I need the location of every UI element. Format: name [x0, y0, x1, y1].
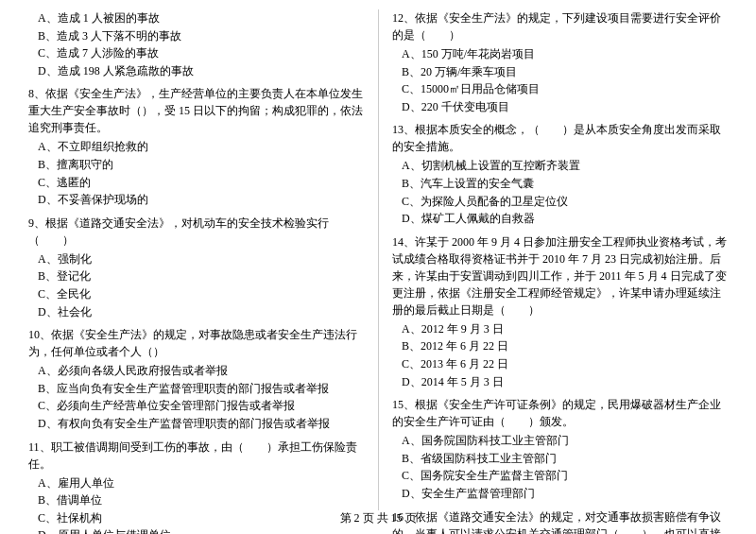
question-text-15: 15、根据《安全生产许可证条例》的规定，民用爆破器材生产企业的安全生产许可证由（… — [392, 396, 728, 430]
q9-option-d: D、社会化 — [38, 303, 364, 321]
question-block-10: 10、依据《安全生产法》的规定，对事故隐患或者安全生产违法行为，任何单位或者个人… — [28, 326, 364, 432]
q8-option-d: D、不妥善保护现场的 — [38, 191, 364, 209]
left-column: A、造成 1 人被困的事故 B、造成 3 人下落不明的事故 C、造成 7 人涉险… — [28, 9, 378, 534]
question-block-8: 8、依据《安全生产法》，生产经营单位的主要负责人在本单位发生重大生产安全事故时（… — [28, 85, 364, 208]
q14-option-b: B、2012 年 6 月 22 日 — [402, 337, 728, 355]
q14-option-c: C、2013 年 6 月 22 日 — [402, 355, 728, 373]
q15-option-a: A、国务院国防科技工业主管部门 — [402, 432, 728, 450]
question-text-13: 13、根据本质安全的概念，（ ）是从本质安全角度出发而采取的安全措施。 — [392, 121, 728, 155]
option-a1: A、造成 1 人被困的事故 — [38, 9, 364, 27]
q12-option-d: D、220 千伏变电项目 — [402, 98, 728, 116]
question-text-12: 12、依据《安全生产法》的规定，下列建设项目需要进行安全评价的是（ ） — [392, 9, 728, 43]
question-text-8: 8、依据《安全生产法》，生产经营单位的主要负责人在本单位发生重大生产安全事故时（… — [28, 85, 364, 136]
q12-option-c: C、15000㎡日用品仓储项目 — [402, 80, 728, 98]
question-block-15: 15、根据《安全生产许可证条例》的规定，民用爆破器材生产企业的安全生产许可证由（… — [392, 396, 728, 502]
option-b1: B、造成 3 人下落不明的事故 — [38, 27, 364, 45]
q13-option-c: C、为探险人员配备的卫星定位仪 — [402, 193, 728, 211]
question-text-9: 9、根据《道路交通安全法》，对机动车的安全技术检验实行（ ） — [28, 215, 364, 249]
q14-option-d: D、2014 年 5 月 3 日 — [402, 373, 728, 391]
q13-option-d: D、煤矿工人佩戴的自救器 — [402, 210, 728, 228]
question-block-12: 12、依据《安全生产法》的规定，下列建设项目需要进行安全评价的是（ ） A、15… — [392, 9, 728, 115]
q15-option-b: B、省级国防科技工业主管部门 — [402, 450, 728, 468]
right-column: 12、依据《安全生产法》的规定，下列建设项目需要进行安全评价的是（ ） A、15… — [378, 9, 728, 534]
page-footer: 第 2 页 共 15 页 — [0, 510, 756, 526]
question-block-14: 14、许某于 2000 年 9 月 4 日参加注册安全工程师执业资格考试，考试成… — [392, 233, 728, 390]
q8-option-c: C、逃匿的 — [38, 174, 364, 192]
question-text-14: 14、许某于 2000 年 9 月 4 日参加注册安全工程师执业资格考试，考试成… — [392, 233, 728, 319]
q11-option-b: B、借调单位 — [38, 491, 364, 509]
q9-option-a: A、强制化 — [38, 250, 364, 268]
option-d1: D、造成 198 人紧急疏散的事故 — [38, 62, 364, 80]
option-c1: C、造成 7 人涉险的事故 — [38, 44, 364, 62]
q13-option-a: A、切割机械上设置的互控断齐装置 — [402, 157, 728, 175]
q8-option-b: B、擅离职守的 — [38, 156, 364, 174]
page: A、造成 1 人被困的事故 B、造成 3 人下落不明的事故 C、造成 7 人涉险… — [0, 0, 756, 534]
q10-option-c: C、必须向生产经营单位安全管理部门报告或者举报 — [38, 397, 364, 415]
question-text-10: 10、依据《安全生产法》的规定，对事故隐患或者安全生产违法行为，任何单位或者个人… — [28, 326, 364, 360]
q8-option-a: A、不立即组织抢救的 — [38, 138, 364, 156]
q13-option-b: B、汽车上设置的安全气囊 — [402, 175, 728, 193]
q9-option-c: C、全民化 — [38, 285, 364, 303]
q15-option-c: C、国务院安全生产监督主管部门 — [402, 467, 728, 485]
question-block-prev: A、造成 1 人被困的事故 B、造成 3 人下落不明的事故 C、造成 7 人涉险… — [28, 9, 364, 79]
q14-option-a: A、2012 年 9 月 3 日 — [402, 320, 728, 338]
question-text-11: 11、职工被借调期间受到工伤的事故，由（ ）承担工伤保险责任。 — [28, 439, 364, 473]
q9-option-b: B、登记化 — [38, 267, 364, 285]
column-divider — [378, 9, 379, 510]
q10-option-d: D、有权向负有安全生产监督管理职责的部门报告或者举报 — [38, 415, 364, 433]
q12-option-a: A、150 万吨/年花岗岩项目 — [402, 45, 728, 63]
q10-option-b: B、应当向负有安全生产监督管理职责的部门报告或者举报 — [38, 380, 364, 398]
q11-option-d: D、原用人单位与借调单位 — [38, 526, 364, 534]
question-block-9: 9、根据《道路交通安全法》，对机动车的安全技术检验实行（ ） A、强制化 B、登… — [28, 215, 364, 320]
question-block-13: 13、根据本质安全的概念，（ ）是从本质安全角度出发而采取的安全措施。 A、切割… — [392, 121, 728, 227]
q12-option-b: B、20 万辆/年乘车项目 — [402, 63, 728, 81]
q11-option-a: A、雇用人单位 — [38, 474, 364, 492]
q15-option-d: D、安全生产监督管理部门 — [402, 485, 728, 503]
main-content: A、造成 1 人被困的事故 B、造成 3 人下落不明的事故 C、造成 7 人涉险… — [28, 9, 728, 534]
q10-option-a: A、必须向各级人民政府报告或者举报 — [38, 362, 364, 380]
